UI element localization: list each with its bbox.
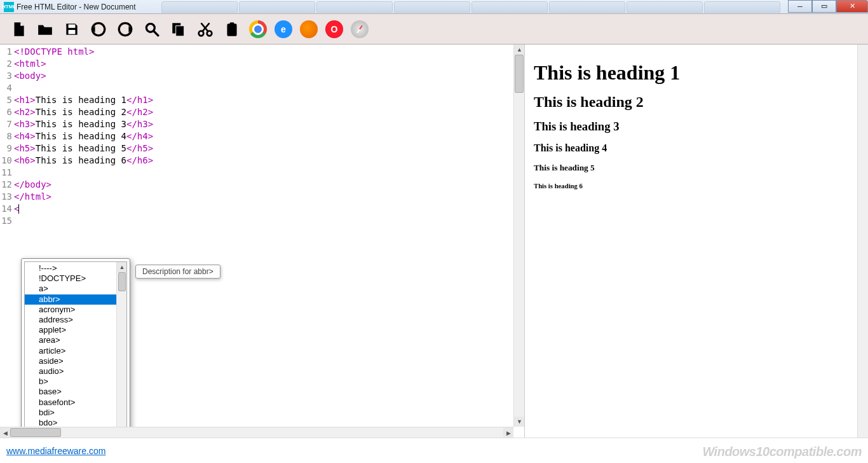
svg-rect-13 [227, 24, 236, 36]
cut-button[interactable] [196, 20, 215, 39]
preview-h5: This is heading 5 [534, 163, 859, 173]
editor-horizontal-scrollbar[interactable]: ◀ ▶ [0, 427, 513, 438]
background-tab [549, 1, 625, 13]
autocomplete-item[interactable]: article> [25, 346, 116, 356]
preview-chrome-button[interactable] [249, 20, 267, 38]
new-file-button[interactable] [9, 20, 28, 39]
svg-point-10 [207, 31, 212, 36]
maximize-button[interactable]: ▭ [812, 0, 836, 13]
copy-button[interactable] [169, 20, 188, 39]
autocomplete-item[interactable]: !DOCTYPE> [25, 273, 116, 284]
background-tab [316, 1, 393, 13]
line-gutter: 123456789101112131415 [0, 45, 14, 438]
watermark: Windows10compatible.com [702, 445, 862, 459]
background-tab [471, 1, 548, 13]
autocomplete-item[interactable]: abbr> [25, 294, 116, 305]
preview-h4: This is heading 4 [534, 142, 859, 154]
preview-h6: This is heading 6 [534, 182, 859, 190]
title-bar: HTML Free HTML Editor - New Document ─ ▭… [0, 0, 868, 14]
svg-line-6 [154, 31, 159, 36]
paste-button[interactable] [222, 20, 241, 39]
save-button[interactable] [62, 20, 81, 39]
autocomplete-item[interactable]: audio> [25, 366, 116, 377]
autocomplete-item[interactable]: a> [25, 284, 116, 294]
vendor-link[interactable]: www.mediafreeware.com [6, 446, 105, 456]
undo-button[interactable] [89, 20, 108, 39]
preview-pane: This is heading 1 This is heading 2 This… [525, 45, 868, 438]
app-icon: HTML [4, 2, 14, 12]
background-tab [627, 1, 703, 13]
autocomplete-item[interactable]: applet> [25, 325, 116, 335]
open-file-button[interactable] [36, 20, 55, 39]
background-tab [161, 1, 238, 13]
scroll-up-icon[interactable]: ▲ [514, 45, 525, 55]
svg-marker-0 [20, 22, 24, 25]
autocomplete-item[interactable]: acronym> [25, 305, 116, 315]
scroll-up-icon[interactable]: ▲ [117, 262, 127, 272]
scroll-left-icon[interactable]: ◀ [0, 427, 10, 438]
minimize-button[interactable]: ─ [788, 0, 812, 13]
find-button[interactable] [142, 20, 161, 39]
toolbar: e O [0, 14, 868, 45]
editor-vertical-scrollbar[interactable]: ▲ ▼ [513, 45, 524, 427]
window-title: Free HTML Editor - New Document [17, 3, 136, 11]
autocomplete-scrollbar[interactable]: ▲ ▼ [116, 262, 126, 438]
background-tab [394, 1, 470, 13]
autocomplete-item[interactable]: area> [25, 335, 116, 345]
svg-rect-8 [176, 25, 184, 36]
autocomplete-item[interactable]: aside> [25, 356, 116, 366]
redo-button[interactable] [116, 20, 135, 39]
close-button[interactable]: ✕ [836, 0, 868, 13]
autocomplete-item[interactable]: !----> [25, 263, 116, 273]
scroll-down-icon[interactable]: ▼ [514, 417, 525, 427]
code-content[interactable]: <!DOCTYPE html><html><body> <h1>This is … [14, 46, 513, 227]
autocomplete-item[interactable]: bdi> [25, 408, 116, 418]
main-area: 123456789101112131415 <!DOCTYPE html><ht… [0, 45, 868, 438]
svg-point-9 [199, 31, 204, 36]
scrollbar-thumb[interactable] [515, 55, 524, 93]
preview-h3: This is heading 3 [534, 120, 859, 134]
code-editor[interactable]: 123456789101112131415 <!DOCTYPE html><ht… [0, 45, 525, 438]
preview-h2: This is heading 2 [534, 93, 859, 111]
svg-rect-14 [230, 22, 234, 25]
autocomplete-item[interactable]: basefont> [25, 397, 116, 408]
background-tab [239, 1, 315, 13]
svg-rect-2 [69, 30, 76, 34]
autocomplete-item[interactable]: base> [25, 387, 116, 397]
preview-safari-button[interactable] [351, 20, 369, 38]
preview-h1: This is heading 1 [534, 61, 859, 85]
preview-firefox-button[interactable] [300, 20, 318, 38]
autocomplete-list[interactable]: !---->!DOCTYPE>a>abbr>acronym>address>ap… [25, 262, 116, 438]
svg-point-5 [146, 24, 154, 32]
window-controls: ─ ▭ ✕ [788, 0, 868, 14]
scrollbar-thumb[interactable] [10, 428, 61, 437]
autocomplete-popup[interactable]: !---->!DOCTYPE>a>abbr>acronym>address>ap… [21, 258, 130, 438]
status-bar: www.mediafreeware.com Windows10compatibl… [0, 438, 868, 463]
autocomplete-tooltip: Description for abbr> [135, 265, 220, 279]
background-tab [704, 1, 780, 13]
scroll-right-icon[interactable]: ▶ [503, 427, 513, 438]
autocomplete-item[interactable]: address> [25, 315, 116, 325]
preview-opera-button[interactable]: O [325, 20, 343, 38]
background-tabs [161, 0, 788, 14]
preview-scrollbar[interactable] [857, 45, 868, 438]
preview-ie-button[interactable]: e [275, 20, 292, 38]
scrollbar-thumb[interactable] [118, 272, 126, 291]
svg-rect-1 [69, 24, 76, 27]
autocomplete-item[interactable]: b> [25, 377, 116, 387]
